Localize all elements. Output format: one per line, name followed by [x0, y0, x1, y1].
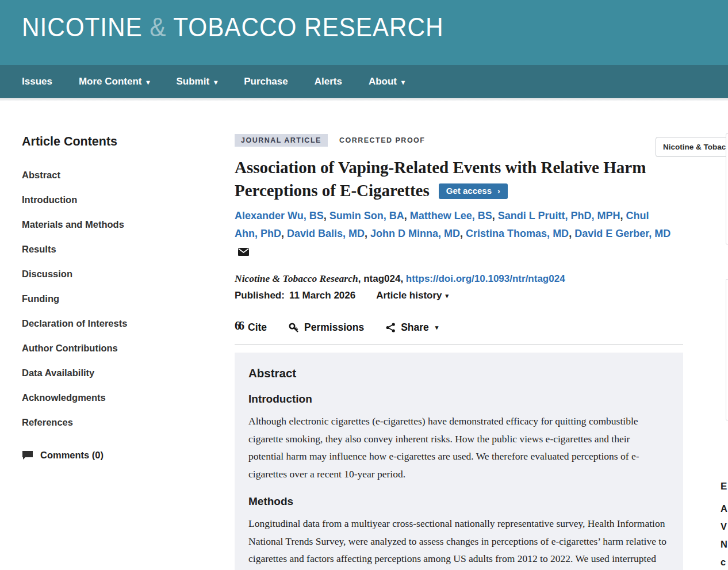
share-button[interactable]: Share ▾ — [386, 322, 438, 334]
author-link[interactable]: David Balis, MD — [287, 228, 365, 239]
author-link[interactable]: John D Minna, MD — [370, 228, 460, 239]
author-link[interactable]: David E Gerber, MD — [574, 228, 670, 239]
right-rail-card-bottom — [726, 279, 728, 420]
logo-part1: NICOTINE — [22, 12, 150, 42]
author-link[interactable]: Sandi L Pruitt, PhD, MPH — [498, 210, 620, 221]
toc-declaration-of-interests[interactable]: Declaration of Interests — [22, 311, 212, 336]
published-line: Published: 11 March 2026 Article history… — [235, 290, 683, 301]
badge-row: JOURNAL ARTICLE CORRECTED PROOF — [235, 134, 683, 147]
doi-link[interactable]: https://doi.org/10.1093/ntr/ntag024 — [406, 273, 565, 284]
right-rail-clipped-line: c — [721, 557, 726, 568]
nav-submit[interactable]: Submit▾ — [177, 76, 218, 87]
journal-logo[interactable]: NICOTINE & TOBACCO RESEARCH — [22, 12, 443, 43]
logo-ampersand: & — [150, 12, 166, 42]
cite-quote-icon: 66 — [235, 319, 243, 332]
nav-purchase[interactable]: Purchase — [244, 76, 288, 87]
abstract-methods-text: Longitudinal data from a multiyear cross… — [248, 515, 667, 570]
abstract-introduction-heading: Introduction — [248, 393, 669, 405]
share-icon — [386, 323, 396, 332]
author-separator: , — [404, 210, 410, 221]
comments-link[interactable]: Comments (0) — [22, 450, 212, 461]
chevron-right-icon: › — [497, 186, 500, 196]
toc-acknowledgments[interactable]: Acknowledgments — [22, 385, 212, 410]
cite-button[interactable]: 66 Cite — [235, 321, 267, 334]
toc-materials-and-methods[interactable]: Materials and Methods — [22, 212, 212, 237]
chevron-down-icon: ▾ — [435, 324, 439, 331]
author-separator: , — [324, 210, 329, 221]
main-navbar: Issues More Content▾ Submit▾ Purchase Al… — [0, 65, 728, 98]
author-separator: , — [492, 210, 498, 221]
sidebar-title: Article Contents — [22, 135, 212, 149]
chevron-down-icon: ▾ — [214, 78, 217, 86]
author-separator: , — [460, 228, 466, 239]
nav-more-content[interactable]: More Content▾ — [79, 76, 150, 87]
chevron-down-icon: ▾ — [401, 78, 405, 86]
abstract-introduction-text: Although electronic cigarettes (e-cigare… — [248, 412, 667, 483]
article-page: NICOTINE & TOBACCO RESEARCH Issues More … — [0, 0, 728, 570]
nav-about[interactable]: About▾ — [369, 76, 405, 87]
right-rail-card-top — [726, 133, 728, 244]
author-list: Alexander Wu, BS, Sumin Son, BA, Matthew… — [235, 207, 672, 261]
nav-items: Issues More Content▾ Submit▾ Purchase Al… — [22, 65, 405, 98]
article-type-badge: JOURNAL ARTICLE — [235, 134, 328, 147]
abstract-methods-heading: Methods — [248, 495, 669, 508]
author-link[interactable]: Alexander Wu, BS — [235, 210, 324, 221]
right-rail-clipped-heading: E — [721, 481, 727, 492]
journal-name: Nicotine & Tobacco Research — [235, 273, 358, 284]
envelope-icon[interactable] — [238, 248, 249, 256]
author-separator: , — [365, 228, 370, 239]
toc-funding[interactable]: Funding — [22, 286, 212, 311]
author-link[interactable]: Cristina Thomas, MD — [466, 228, 569, 239]
abstract-section: Abstract Introduction Although electroni… — [235, 353, 683, 570]
article-main: JOURNAL ARTICLE CORRECTED PROOF Associat… — [235, 134, 683, 570]
journal-banner: NICOTINE & TOBACCO RESEARCH — [0, 0, 728, 65]
published-label: Published: — [235, 290, 285, 301]
article-title: Association of Vaping-Related Events wit… — [235, 156, 679, 202]
toc-references[interactable]: References — [22, 410, 212, 435]
toc-author-contributions[interactable]: Author Contributions — [22, 336, 212, 361]
nav-alerts[interactable]: Alerts — [315, 76, 342, 87]
article-toolbar: 66 Cite Permissions Share ▾ — [235, 321, 683, 345]
logo-part2: TOBACCO RESEARCH — [166, 12, 443, 42]
nav-shadow-divider — [0, 98, 728, 101]
nav-issues[interactable]: Issues — [22, 76, 52, 87]
author-separator: , — [281, 228, 287, 239]
toc-introduction[interactable]: Introduction — [22, 188, 212, 212]
get-access-button[interactable]: Get access› — [439, 183, 508, 199]
chevron-down-icon: ▾ — [146, 78, 150, 86]
comments-label: Comments (0) — [40, 450, 104, 461]
author-link[interactable]: Matthew Lee, BS — [410, 210, 492, 221]
key-icon — [289, 323, 299, 333]
article-history-toggle[interactable]: Article history ▾ — [376, 290, 449, 301]
published-date: 11 March 2026 — [289, 290, 355, 301]
article-contents-sidebar: Article Contents Abstract Introduction M… — [22, 135, 212, 461]
corrected-proof-label: CORRECTED PROOF — [339, 136, 426, 144]
right-rail-clipped-line: N — [721, 539, 727, 550]
toc-data-availability[interactable]: Data Availability — [22, 361, 212, 385]
author-link[interactable]: Sumin Son, BA — [329, 210, 404, 221]
permissions-button[interactable]: Permissions — [289, 322, 364, 334]
comment-icon — [22, 450, 33, 460]
article-id: , ntag024, — [358, 273, 406, 284]
toc-results[interactable]: Results — [22, 237, 212, 262]
chevron-down-icon: ▾ — [446, 292, 449, 300]
author-separator: , — [620, 210, 626, 221]
citation-line: Nicotine & Tobacco Research, ntag024, ht… — [235, 273, 683, 285]
author-separator: , — [569, 228, 574, 239]
right-rail-clipped-line: V — [721, 521, 727, 532]
right-rail-clipped-line: A — [721, 503, 727, 514]
toc-abstract[interactable]: Abstract — [22, 163, 212, 188]
abstract-heading: Abstract — [248, 366, 669, 380]
toc-discussion[interactable]: Discussion — [22, 262, 212, 286]
